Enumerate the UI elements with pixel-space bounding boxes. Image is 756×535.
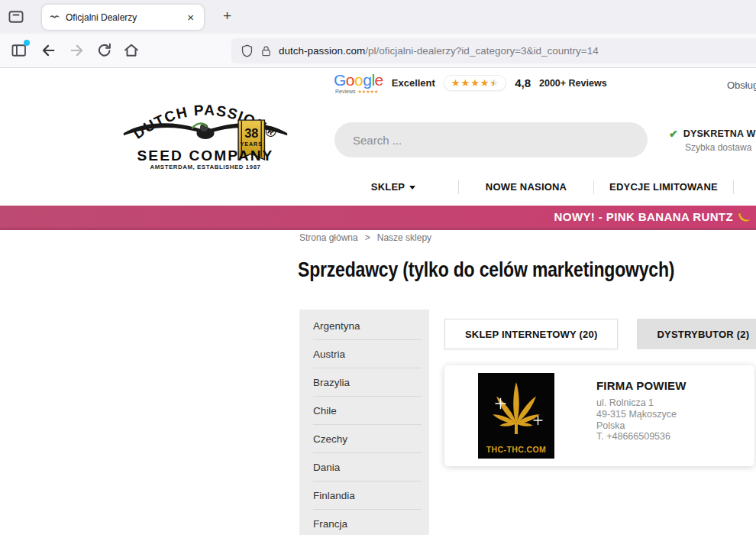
google-reviews-sublabel: Reviews bbox=[335, 89, 355, 94]
url-domain: dutch-passion.com bbox=[279, 45, 365, 57]
half-star-icon: ★ ★ bbox=[489, 78, 499, 88]
notification-dot bbox=[24, 40, 30, 46]
breadcrumb-current[interactable]: Nasze sklepy bbox=[377, 232, 431, 243]
browser-window: Oficjalni Dealerzy × + bbox=[0, 0, 756, 535]
google-letter: o bbox=[354, 71, 363, 89]
customer-service-link[interactable]: Obsługa klienta bbox=[727, 79, 756, 91]
dutch-passion-logo[interactable]: DUTCH PASSION® 38 YEARS SEED COMPANY AMS… bbox=[121, 87, 289, 175]
main-navigation: SKLEP NOWE NASIONA EDYCJE LIMITOWANE bbox=[328, 177, 756, 197]
logo-company-text: SEED COMPANY bbox=[137, 148, 274, 164]
url-bar[interactable]: dutch-passion.com/pl/oficjalni-dealerzy?… bbox=[231, 38, 756, 63]
usp-block: ✔ DYSKRETNA WYSYŁKA Szybka dostawa bbox=[669, 128, 756, 153]
promo-banner[interactable]: NOWY! - PINK BANANA RUNTZ bbox=[0, 206, 756, 230]
nav-item-edycje-limitowane[interactable]: EDYCJE LIMITOWANE bbox=[594, 181, 733, 193]
google-mini-stars-icon: ★★★★★ bbox=[357, 89, 378, 94]
reload-button-icon[interactable] bbox=[96, 42, 113, 59]
dealer-address-country: Polska bbox=[596, 420, 687, 432]
breadcrumb: Strona główna > Nasze sklepy bbox=[299, 232, 431, 243]
forward-button-icon[interactable] bbox=[69, 42, 86, 59]
breadcrumb-separator: > bbox=[365, 232, 370, 243]
google-letter: G bbox=[334, 71, 346, 89]
usp-subtitle: Szybka dostawa bbox=[685, 142, 756, 153]
url-path: /pl/oficjalni-dealerzy?id_category=3&id_… bbox=[365, 45, 598, 57]
google-reviews-logo: Google Reviews ★★★★★ bbox=[334, 72, 383, 94]
browser-toolbar: dutch-passion.com/pl/oficjalni-dealerzy?… bbox=[0, 34, 756, 68]
url-text: dutch-passion.com/pl/oficjalni-dealerzy?… bbox=[279, 45, 599, 57]
google-letter: e bbox=[375, 71, 383, 89]
google-letter: o bbox=[346, 71, 354, 89]
dealer-address-city: 49-315 Mąkoszyce bbox=[596, 409, 687, 420]
tab-dystrybutor[interactable]: DYSTRYBUTOR (2) bbox=[637, 319, 756, 349]
country-item-austria[interactable]: Austria bbox=[313, 340, 422, 368]
star-icon: ★ bbox=[470, 78, 480, 88]
shield-icon[interactable] bbox=[241, 44, 254, 57]
tab-favicon-eagle-icon bbox=[49, 11, 60, 23]
nav-label: NOWE NASIONA bbox=[486, 181, 567, 193]
star-icon: ★ bbox=[451, 78, 460, 88]
nav-item-nowe-nasiona[interactable]: NOWE NASIONA bbox=[459, 181, 593, 193]
dealer-logo-thc-thc: THC-THC.COM bbox=[478, 373, 554, 459]
new-tab-button[interactable]: + bbox=[217, 6, 237, 26]
logo-tagline: AMSTERDAM, ESTABLISHED 1987 bbox=[150, 164, 261, 170]
search-bar[interactable] bbox=[334, 122, 648, 157]
google-letter: g bbox=[363, 71, 371, 89]
country-item-czechy[interactable]: Czechy bbox=[313, 425, 422, 453]
nav-label: EDYCJE LIMITOWANE bbox=[609, 181, 718, 193]
star-icon: ★ bbox=[461, 78, 470, 88]
back-button-icon[interactable] bbox=[40, 42, 57, 59]
google-reviews-widget[interactable]: Google Reviews ★★★★★ Excellent ★ ★ ★ ★ ★… bbox=[334, 72, 607, 94]
banana-icon bbox=[738, 209, 752, 224]
rating-value: 4,8 bbox=[515, 76, 531, 89]
search-input[interactable] bbox=[351, 133, 631, 148]
country-item-chile[interactable]: Chile bbox=[313, 397, 422, 425]
promo-banner-text: NOWY! - PINK BANANA RUNTZ bbox=[554, 210, 733, 223]
country-item-argentyna[interactable]: Argentyna bbox=[313, 312, 422, 340]
country-item-dania[interactable]: Dania bbox=[313, 453, 422, 481]
page-title: Sprzedawcy (tylko do celów marketingowyc… bbox=[298, 258, 674, 282]
browser-tab[interactable]: Oficjalni Dealerzy × bbox=[42, 5, 204, 30]
country-item-francja[interactable]: Francja bbox=[313, 510, 422, 535]
country-item-finlandia[interactable]: Finlandia bbox=[313, 481, 422, 510]
reviews-count: 2000+ Reviews bbox=[539, 78, 607, 89]
dealer-card[interactable]: THC-THC.COM FIRMA POWIEW ul. Rolnicza 1 … bbox=[444, 365, 754, 466]
star-icon: ★ bbox=[480, 78, 489, 88]
tab-sklep-internetowy[interactable]: SKLEP INTERNETOWY (20) bbox=[444, 319, 618, 349]
dealer-address-street: ul. Rolnicza 1 bbox=[596, 397, 687, 409]
usp-title: DYSKRETNA WYSYŁKA bbox=[683, 128, 756, 139]
dealer-type-tabs: SKLEP INTERNETOWY (20) DYSTRYBUTOR (2) bbox=[444, 319, 756, 349]
breadcrumb-home[interactable]: Strona główna bbox=[299, 232, 358, 243]
lock-icon[interactable] bbox=[260, 45, 272, 57]
home-button-icon[interactable] bbox=[123, 42, 140, 59]
reviews-excellent-label: Excellent bbox=[392, 77, 435, 89]
tab-close-icon[interactable]: × bbox=[184, 10, 197, 24]
tab-strip: Oficjalni Dealerzy × + bbox=[0, 0, 756, 34]
badge-number: 38 bbox=[244, 126, 258, 140]
dealer-name: FIRMA POWIEW bbox=[596, 379, 687, 392]
dealer-phone: T. +48666509536 bbox=[596, 431, 687, 443]
rating-stars: ★ ★ ★ ★ ★ ★ bbox=[444, 75, 506, 91]
chevron-down-icon bbox=[409, 186, 415, 190]
country-item-brazylia[interactable]: Brazylia bbox=[313, 368, 422, 397]
firefox-view-icon[interactable] bbox=[8, 8, 24, 25]
nav-item-sklep[interactable]: SKLEP bbox=[328, 181, 458, 193]
country-filter-list: Argentyna Austria Brazylia Chile Czechy … bbox=[299, 310, 429, 535]
dealer-info: FIRMA POWIEW ul. Rolnicza 1 49-315 Mąkos… bbox=[596, 373, 687, 459]
tab-title: Oficjalni Dealerzy bbox=[66, 12, 179, 23]
badge-label: YEARS bbox=[241, 141, 263, 148]
nav-label: SKLEP bbox=[371, 181, 405, 193]
check-icon: ✔ bbox=[669, 128, 678, 140]
nav-separator bbox=[733, 180, 734, 194]
dealer-logo-text: THC-THC.COM bbox=[486, 445, 546, 454]
